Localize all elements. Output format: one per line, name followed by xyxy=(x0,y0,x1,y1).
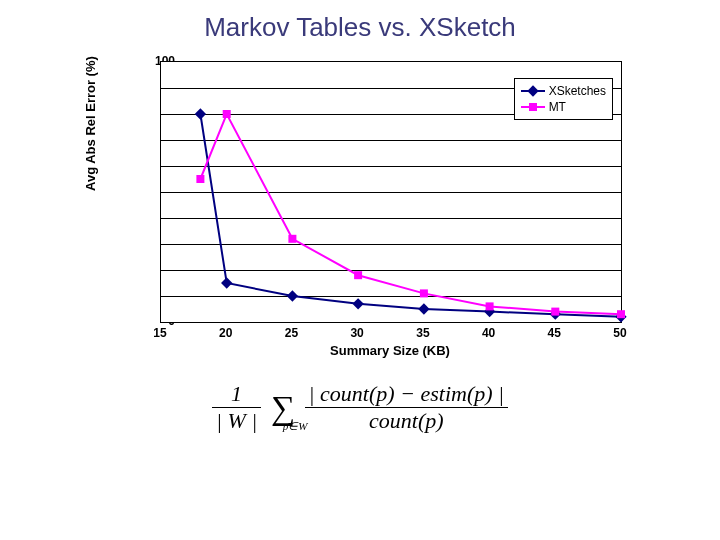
svg-rect-3 xyxy=(352,298,363,309)
slide-title: Markov Tables vs. XSketch xyxy=(0,12,720,43)
svg-rect-4 xyxy=(418,303,429,314)
svg-rect-8 xyxy=(196,175,204,183)
svg-rect-1 xyxy=(221,277,232,288)
x-tick-45: 45 xyxy=(548,326,561,340)
legend: XSketches MT xyxy=(514,78,613,120)
svg-rect-10 xyxy=(288,235,296,243)
eq-num-1: 1 xyxy=(212,381,261,408)
svg-rect-15 xyxy=(617,310,625,318)
x-tick-15: 15 xyxy=(153,326,166,340)
x-tick-25: 25 xyxy=(285,326,298,340)
plot-area: XSketches MT xyxy=(160,61,622,323)
eq-den-main: count(p) xyxy=(305,408,509,434)
eq-num-main: | count(p) − estim(p) | xyxy=(305,381,509,408)
x-tick-50: 50 xyxy=(613,326,626,340)
x-axis-label: Summary Size (KB) xyxy=(160,343,620,358)
legend-label: XSketches xyxy=(549,84,606,98)
svg-rect-14 xyxy=(551,308,559,316)
svg-rect-12 xyxy=(420,289,428,297)
legend-label: MT xyxy=(549,100,566,114)
sigma-icon: ∑p∈W xyxy=(271,389,295,427)
x-tick-35: 35 xyxy=(416,326,429,340)
x-tick-30: 30 xyxy=(350,326,363,340)
x-tick-40: 40 xyxy=(482,326,495,340)
svg-rect-11 xyxy=(354,271,362,279)
eq-sum-sub: p∈W xyxy=(283,420,308,433)
y-axis-label: Avg Abs Rel Error (%) xyxy=(83,56,98,191)
eq-den-w: | W | xyxy=(212,408,261,434)
legend-item-mt: MT xyxy=(521,99,606,115)
x-tick-20: 20 xyxy=(219,326,232,340)
svg-rect-0 xyxy=(195,108,206,119)
svg-rect-2 xyxy=(287,290,298,301)
svg-rect-13 xyxy=(486,302,494,310)
chart: 100 90 80 70 60 50 40 30 20 10 0 Avg Abs… xyxy=(80,51,640,361)
legend-item-xsketches: XSketches xyxy=(521,83,606,99)
equation: 1 | W | ∑p∈W | count(p) − estim(p) | cou… xyxy=(0,381,720,434)
svg-rect-9 xyxy=(223,110,231,118)
